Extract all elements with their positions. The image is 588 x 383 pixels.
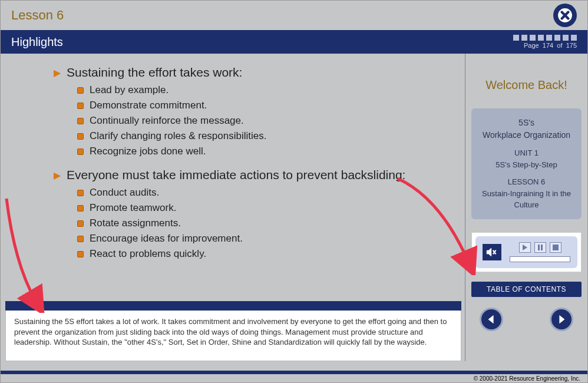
triangle-icon: ▶ [54,67,61,78]
svg-rect-3 [553,245,559,250]
square-bullet-icon [77,205,84,212]
arrow-left-icon [486,314,497,325]
play-icon [522,245,528,250]
list-item: Continually reinforce the message. [77,115,448,127]
copyright-label: © 2000-2021 Resource Engineering, Inc. [471,375,583,382]
list-item: React to problems quickly. [77,248,448,260]
list-item: Rotate assignments. [77,217,448,229]
stop-icon [553,245,559,250]
square-bullet-icon [77,118,84,124]
arrow-right-icon [556,314,567,325]
list-item: Promote teamwork. [77,202,448,214]
list-item: Conduct audits. [77,187,448,199]
square-bullet-icon [77,236,84,242]
section-heading: ▶ Everyone must take immediate actions t… [54,168,448,182]
square-bullet-icon [77,103,84,109]
list-item: Recognize jobs done well. [77,146,448,157]
list-item: Encourage ideas for improvement. [77,233,448,245]
svg-rect-2 [541,245,543,250]
transcript-text: Sustaining the 5S effort takes a lot of … [5,311,461,361]
square-bullet-icon [77,87,84,94]
stop-button[interactable] [550,242,561,253]
next-button[interactable] [550,308,573,331]
triangle-icon: ▶ [54,170,61,181]
transcript-divider [5,301,461,311]
sidebar: Welcome Back! 5S's Workplace Organizatio… [465,54,587,361]
close-button[interactable] [553,4,577,27]
lesson-title: Lesson 6 [11,8,64,23]
list-item: Demonstrate commitment. [77,100,448,111]
square-bullet-icon [77,133,84,140]
section-heading: ▶ Sustaining the effort takes work: [54,65,448,80]
close-icon [557,8,573,23]
welcome-label: Welcome Back! [471,78,582,92]
content-column: ▶ Sustaining the effort takes work: Lead… [1,54,465,361]
speaker-mute-icon [486,247,498,257]
toc-button[interactable]: TABLE OF CONTENTS [471,282,582,297]
progress-dots [513,35,577,41]
scrub-bar[interactable] [510,256,570,262]
svg-rect-1 [538,245,540,250]
square-bullet-icon [77,148,84,155]
pause-icon [537,245,543,250]
square-bullet-icon [77,190,84,196]
page-indicator: Page 174 of 175 [513,42,577,49]
pause-button[interactable] [534,242,546,253]
square-bullet-icon [77,251,84,257]
prev-button[interactable] [480,308,503,331]
list-item: Lead by example. [77,84,448,96]
square-bullet-icon [77,220,84,227]
progress-area: Page 174 of 175 [513,35,577,49]
footer-divider [1,371,587,374]
list-item: Clarify changing roles & responsibilitie… [77,130,448,142]
highlights-label: Highlights [11,35,63,49]
media-panel [471,232,582,272]
play-button[interactable] [519,242,531,253]
course-info-card: 5S's Workplace Organization UNIT 1 5S's … [471,108,582,219]
mute-button[interactable] [483,244,501,260]
